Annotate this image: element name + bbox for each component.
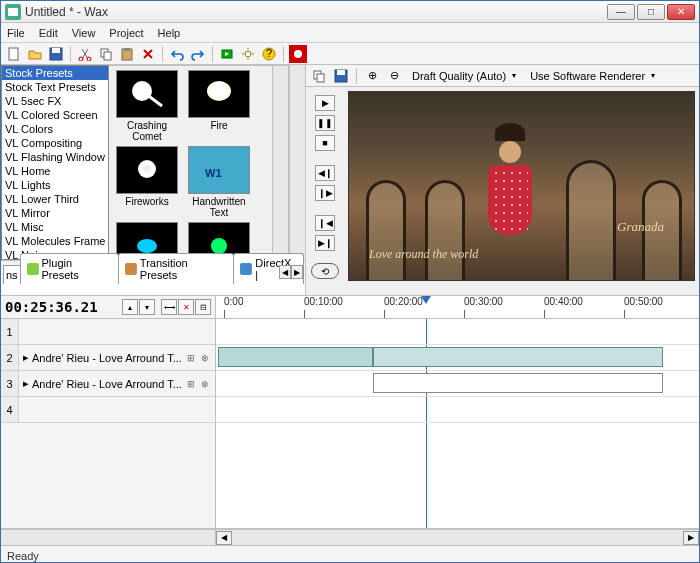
preset-category-item[interactable]: VL Mirror (2, 206, 108, 220)
prev-frame-button[interactable]: ◀❙ (315, 165, 335, 181)
preview-caption-title: Love around the world (369, 247, 478, 262)
menu-help[interactable]: Help (158, 27, 181, 39)
svg-rect-25 (125, 263, 137, 275)
track-delete-icon[interactable]: ⊗ (199, 350, 211, 366)
preset-thumb[interactable]: W1 Handwritten Text (185, 146, 253, 218)
thumbs-scrollbar[interactable] (272, 66, 288, 259)
copy-frame-icon[interactable] (310, 67, 328, 85)
goto-end-button[interactable]: ▶❙ (315, 235, 335, 251)
preset-category-item[interactable]: VL Misc (2, 220, 108, 234)
preset-category-item[interactable]: VL Home (2, 164, 108, 178)
save-icon[interactable] (47, 45, 65, 63)
scroll-right-button[interactable]: ▶ (683, 531, 699, 545)
clip[interactable] (373, 373, 663, 393)
snap-icon[interactable]: ⊟ (195, 299, 211, 315)
tab-scroll-left[interactable]: ◀ (279, 265, 291, 279)
copy-icon[interactable] (97, 45, 115, 63)
timecode-display: 00:25:36.21 (5, 299, 98, 315)
track-delete-icon[interactable]: ⊗ (199, 376, 211, 392)
scroll-left-button[interactable]: ◀ (216, 531, 232, 545)
preset-thumb[interactable]: Fire (185, 70, 253, 142)
preset-category-item[interactable]: VL Molecules Frame (2, 234, 108, 248)
track-row: 2▸Andre' Rieu - Love Arround T...⊞⊗ (1, 345, 215, 371)
preset-category-item[interactable]: VL Lights (2, 178, 108, 192)
settings-icon[interactable] (239, 45, 257, 63)
track-name[interactable]: ▸Andre' Rieu - Love Arround T...⊞⊗ (19, 350, 215, 366)
preview-viewport[interactable]: Granada Love around the world (348, 91, 695, 281)
preview-panel: ⊕ ⊖ Draft Quality (Auto) Use Software Re… (306, 65, 699, 295)
render-icon[interactable] (218, 45, 236, 63)
maximize-button[interactable]: □ (637, 4, 665, 20)
preset-category-item[interactable]: VL 5sec FX (2, 94, 108, 108)
menubar: File Edit View Project Help (1, 23, 699, 43)
track-content[interactable] (216, 319, 699, 528)
preset-category-item[interactable]: Stock Text Presets (2, 80, 108, 94)
play-button[interactable]: ▶ (315, 95, 335, 111)
link-button[interactable]: ⟲ (311, 263, 339, 279)
goto-start-button[interactable]: ❙◀ (315, 215, 335, 231)
help-icon[interactable]: ? (260, 45, 278, 63)
titlebar: Untitled * - Wax — □ ✕ (1, 1, 699, 23)
timecode-down[interactable]: ▾ (139, 299, 155, 315)
preset-thumbs: Crashing Comet Fire Fireworks W1 Handwri… (109, 65, 289, 260)
svg-rect-10 (124, 48, 130, 51)
timeline-ruler[interactable]: 0:0000:10:0000:20:0000:30:0000:40:0000:5… (216, 296, 699, 318)
paste-icon[interactable] (118, 45, 136, 63)
save-frame-icon[interactable] (332, 67, 350, 85)
marker-icon[interactable]: ✕ (178, 299, 194, 315)
preset-thumb[interactable]: Fireworks (113, 146, 181, 218)
record-icon[interactable] (289, 45, 307, 63)
pause-button[interactable]: ❚❚ (315, 115, 335, 131)
panel-scrollbar[interactable] (289, 65, 305, 260)
delete-icon[interactable] (139, 45, 157, 63)
undo-icon[interactable] (168, 45, 186, 63)
redo-icon[interactable] (189, 45, 207, 63)
tab-plugin-presets[interactable]: Plugin Presets (20, 253, 119, 284)
clip[interactable] (218, 347, 373, 367)
presets-panel: Stock PresetsStock Text PresetsVL 5sec F… (1, 65, 306, 295)
zoom-out-icon[interactable]: ⊖ (385, 67, 403, 85)
track-number: 4 (1, 397, 19, 422)
track-fx-icon[interactable]: ⊞ (185, 350, 197, 366)
new-icon[interactable] (5, 45, 23, 63)
quality-dropdown[interactable]: Draft Quality (Auto) (407, 68, 521, 84)
timecode-up[interactable]: ▴ (122, 299, 138, 315)
renderer-dropdown[interactable]: Use Software Renderer (525, 68, 660, 84)
menu-view[interactable]: View (72, 27, 96, 39)
expand-icon[interactable]: ▸ (23, 351, 29, 364)
close-button[interactable]: ✕ (667, 4, 695, 20)
svg-rect-8 (104, 52, 111, 60)
cut-icon[interactable] (76, 45, 94, 63)
tab-left-edge[interactable]: ns (3, 265, 21, 284)
preset-category-item[interactable]: Stock Presets (2, 66, 108, 80)
preset-category-item[interactable]: VL Colors (2, 122, 108, 136)
tab-transition-presets[interactable]: Transition Presets (118, 253, 235, 284)
clip[interactable] (373, 347, 663, 367)
minimize-button[interactable]: — (607, 4, 635, 20)
preset-category-item[interactable]: VL Compositing (2, 136, 108, 150)
next-frame-button[interactable]: ❙▶ (315, 185, 335, 201)
menu-project[interactable]: Project (109, 27, 143, 39)
track-row: 4 (1, 397, 215, 423)
tab-scroll-right[interactable]: ▶ (291, 265, 303, 279)
ruler-tick: 00:30:00 (464, 296, 503, 307)
preset-category-item[interactable]: VL Flashing Window (2, 150, 108, 164)
menu-file[interactable]: File (7, 27, 25, 39)
track-fx-icon[interactable]: ⊞ (185, 376, 197, 392)
stop-button[interactable]: ■ (315, 135, 335, 151)
ruler-tick: 0:00 (224, 296, 243, 307)
zoom-in-icon[interactable]: ⊕ (363, 67, 381, 85)
expand-icon[interactable]: ▸ (23, 377, 29, 390)
preset-category-list[interactable]: Stock PresetsStock Text PresetsVL 5sec F… (1, 65, 109, 260)
preset-category-item[interactable]: VL Lower Third (2, 192, 108, 206)
menu-edit[interactable]: Edit (39, 27, 58, 39)
timeline-header: 00:25:36.21 ▴ ▾ ⟷ ✕ ⊟ 0:0000:10:0000:20:… (1, 295, 699, 319)
ruler-tick: 00:20:00 (384, 296, 423, 307)
open-icon[interactable] (26, 45, 44, 63)
zoom-fit-icon[interactable]: ⟷ (161, 299, 177, 315)
ruler-tick: 00:10:00 (304, 296, 343, 307)
track-name[interactable]: ▸Andre' Rieu - Love Arround T...⊞⊗ (19, 376, 215, 392)
preset-thumb[interactable]: Crashing Comet (113, 70, 181, 142)
preset-category-item[interactable]: VL Colored Screen (2, 108, 108, 122)
status-text: Ready (7, 550, 39, 562)
